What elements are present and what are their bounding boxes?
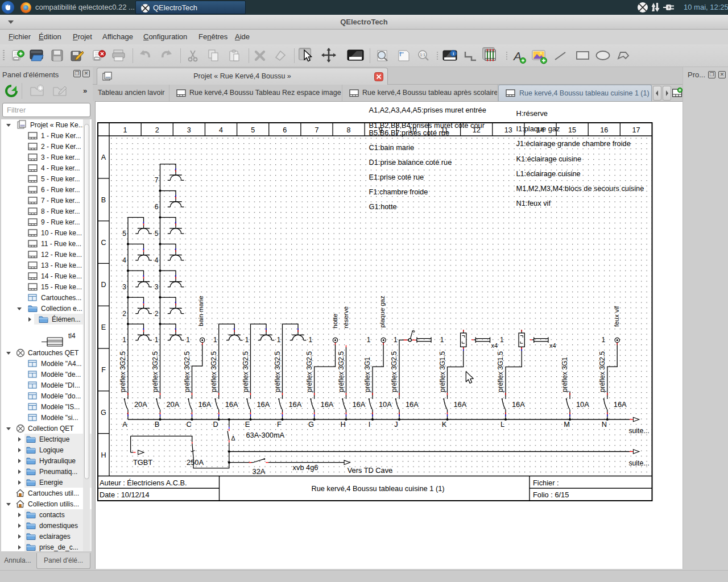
svg-text:1:1: 1:1 xyxy=(420,53,425,57)
svg-text:x4: x4 xyxy=(549,342,556,349)
svg-text:F: F xyxy=(277,420,282,429)
svg-text:D: D xyxy=(101,281,106,289)
svg-text:bain marie: bain marie xyxy=(197,296,204,326)
svg-text:Date : 10/12/14: Date : 10/12/14 xyxy=(100,490,150,499)
svg-text:préflex 3G2.5: préflex 3G2.5 xyxy=(210,351,218,392)
svg-text:I1:plaque gaz: I1:plaque gaz xyxy=(516,124,560,133)
svg-text:G: G xyxy=(308,420,314,429)
svg-text:2: 2 xyxy=(155,126,159,134)
svg-text:K: K xyxy=(442,420,447,429)
svg-text:10A: 10A xyxy=(576,400,589,409)
svg-text:H: H xyxy=(101,451,106,459)
svg-text:A: A xyxy=(122,420,127,429)
svg-text:H: H xyxy=(340,420,345,429)
svg-text:préflex 3G2.5: préflex 3G2.5 xyxy=(151,351,159,392)
svg-text:C: C xyxy=(186,420,191,429)
svg-text:1: 1 xyxy=(308,336,312,344)
svg-text:J1:éclairage grande chambre fr: J1:éclairage grande chambre froide xyxy=(516,139,631,148)
svg-text:N: N xyxy=(602,420,607,429)
svg-text:1: 1 xyxy=(602,336,606,344)
svg-text:4: 4 xyxy=(122,256,126,264)
svg-text:E: E xyxy=(101,323,106,331)
svg-text:préflex 3G1.5: préflex 3G1.5 xyxy=(439,351,446,392)
svg-text:B5,B6,B7:prises coté rue: B5,B6,B7:prises coté rue xyxy=(369,128,450,137)
svg-text:G: G xyxy=(101,409,106,417)
svg-text:préflex 3G1: préflex 3G1 xyxy=(561,357,569,392)
svg-text:16: 16 xyxy=(600,126,608,134)
svg-text:préflex 3G2.5: préflex 3G2.5 xyxy=(390,351,398,392)
svg-text:réserve: réserve xyxy=(342,306,349,328)
svg-text:préflex 3G2.5: préflex 3G2.5 xyxy=(242,351,250,392)
svg-text:N1:feux vif: N1:feux vif xyxy=(516,199,551,207)
svg-text:250A: 250A xyxy=(187,458,204,467)
svg-text:A: A xyxy=(101,153,106,161)
svg-text:TGBT: TGBT xyxy=(133,458,152,467)
svg-text:Folio : 6/15: Folio : 6/15 xyxy=(533,490,569,499)
svg-text:suite...: suite... xyxy=(628,459,649,467)
svg-text:i: i xyxy=(453,51,454,56)
svg-text:Rue kervé,4 Boussu tableau cui: Rue kervé,4 Boussu tableau cuisine 1 (1) xyxy=(311,484,444,493)
svg-text:16A: 16A xyxy=(512,400,525,409)
svg-text:préflex 3G1: préflex 3G1 xyxy=(363,357,371,392)
svg-text:1: 1 xyxy=(122,336,126,344)
svg-text:13: 13 xyxy=(504,126,512,134)
svg-text:F1:chambre froide: F1:chambre froide xyxy=(369,188,428,196)
svg-text:xvb 4g6: xvb 4g6 xyxy=(293,463,318,472)
svg-text:B: B xyxy=(155,420,160,429)
svg-text:J: J xyxy=(394,420,398,429)
svg-text:16A: 16A xyxy=(257,400,270,409)
svg-text:5: 5 xyxy=(251,126,255,134)
svg-text:L1:éclairage cuisine: L1:éclairage cuisine xyxy=(516,169,581,178)
svg-text:D1:prise balance coté rue: D1:prise balance coté rue xyxy=(369,158,452,167)
svg-text:3: 3 xyxy=(187,126,191,134)
svg-text:préflex 3G2.5: préflex 3G2.5 xyxy=(305,351,313,392)
svg-text:1: 1 xyxy=(123,126,127,134)
svg-text:63A-300mA: 63A-300mA xyxy=(246,431,285,439)
svg-text:1: 1 xyxy=(245,336,249,344)
svg-text:16A: 16A xyxy=(614,400,627,409)
svg-text:M1,M2,M3,M4:blocs de secours c: M1,M2,M3,M4:blocs de secours cuisine xyxy=(516,184,644,193)
svg-text:D: D xyxy=(213,420,218,429)
svg-text:32A: 32A xyxy=(253,467,266,476)
svg-text:3: 3 xyxy=(155,283,159,291)
svg-text:préflex 3G2.5: préflex 3G2.5 xyxy=(274,351,282,392)
svg-text:7: 7 xyxy=(315,126,318,134)
svg-text:6: 6 xyxy=(283,126,287,134)
svg-text:C: C xyxy=(101,239,106,247)
svg-text:8: 8 xyxy=(347,126,351,134)
svg-text:10A: 10A xyxy=(379,400,392,409)
svg-text:M: M xyxy=(564,420,570,429)
svg-text:2: 2 xyxy=(155,310,159,318)
svg-text:17: 17 xyxy=(632,126,640,134)
svg-text:hotte: hotte xyxy=(332,314,338,329)
svg-text:1: 1 xyxy=(186,336,190,344)
svg-text:L: L xyxy=(500,420,504,429)
svg-text:16A: 16A xyxy=(225,400,238,409)
svg-text:1: 1 xyxy=(367,336,371,344)
svg-text:16A: 16A xyxy=(321,400,334,409)
svg-text:1: 1 xyxy=(155,336,159,344)
svg-text:7: 7 xyxy=(155,176,159,184)
svg-text:1: 1 xyxy=(440,336,444,344)
svg-text:16A: 16A xyxy=(353,400,366,409)
svg-text:16A: 16A xyxy=(289,400,302,409)
svg-text:C1:bain marie: C1:bain marie xyxy=(369,143,415,152)
svg-text:15: 15 xyxy=(568,126,576,134)
svg-text:16A: 16A xyxy=(406,400,419,409)
svg-text:Δ: Δ xyxy=(231,435,235,442)
svg-text:1: 1 xyxy=(277,336,281,344)
svg-text:préflex 3G2.5: préflex 3G2.5 xyxy=(183,351,191,392)
svg-text:E: E xyxy=(245,420,250,429)
svg-text:Vers TD Cave: Vers TD Cave xyxy=(348,466,392,475)
svg-text:préflex 3G2.5: préflex 3G2.5 xyxy=(119,351,127,392)
svg-text:K1:éclairage cuisine: K1:éclairage cuisine xyxy=(516,155,582,163)
svg-text:feux vif: feux vif xyxy=(613,306,620,327)
svg-text:4: 4 xyxy=(219,126,223,134)
svg-text:1: 1 xyxy=(394,336,398,344)
svg-text:6: 6 xyxy=(155,203,159,211)
svg-text:Auteur : Électriciens A.C.B.: Auteur : Électriciens A.C.B. xyxy=(100,479,187,487)
svg-text:16A: 16A xyxy=(454,400,467,409)
svg-text:20A: 20A xyxy=(134,400,147,409)
svg-text:suite...: suite... xyxy=(628,427,649,435)
svg-text:préflex 3G1.5: préflex 3G1.5 xyxy=(497,351,504,392)
